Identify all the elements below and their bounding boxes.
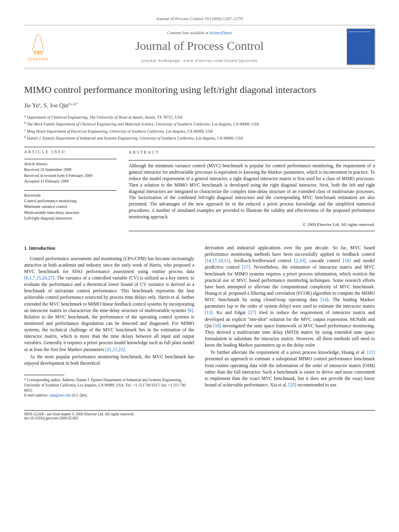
svg-point-3 [40, 52, 42, 54]
keyword: Left/right diagonal interactors [24, 216, 117, 222]
affiliation-a: a Department of Chemical Engineering, Th… [24, 114, 375, 120]
email-attribution: (S.J. Qin). [72, 393, 88, 397]
author-2: S. Joe Qin [43, 102, 68, 109]
journal-cover-thumbnail: Journal of Process Control [347, 29, 375, 65]
citation-link[interactable]: [6,1,7,15,26,27] [24, 275, 54, 281]
body-paragraph: To further alleviate the requirement of … [205, 349, 375, 388]
section-1-heading: 1. Introduction [24, 245, 194, 252]
abstract-text: Although the minimum variance control (M… [129, 163, 375, 220]
author-2-affil: b,c,d,* [68, 102, 78, 106]
abstract-copyright: © 2009 Elsevier Ltd. All rights reserved… [129, 222, 375, 228]
citation-link[interactable]: [17] [242, 265, 250, 270]
masthead: ELSEVIER Contents lists available at Sci… [24, 25, 375, 68]
citation-link[interactable]: [18] [213, 323, 221, 329]
journal-title: Journal of Process Control [52, 39, 347, 53]
keywords-list: Control performance monitoring Minimum v… [24, 198, 117, 222]
homepage-prefix: journal homepage: [142, 58, 183, 63]
keyword: Minimum variance control [24, 204, 117, 210]
body-paragraph: derivation and industrial applications o… [205, 245, 375, 349]
author-separator: , [41, 102, 44, 109]
cover-title: Journal of Process Control [349, 31, 373, 33]
abstract-column: ABSTRACT Although the minimum variance c… [129, 150, 375, 234]
publisher-name: ELSEVIER [28, 57, 49, 61]
received-date: Received 19 September 2008 [24, 167, 117, 173]
article-history-title: Article history: [24, 162, 117, 166]
author-1: Jie Yu [24, 102, 39, 109]
citation-link[interactable]: [2,10] [294, 258, 305, 263]
contents-prefix: Contents lists available at [167, 31, 209, 35]
elsevier-tree-icon [28, 32, 48, 56]
keywords-title: Keywords: [24, 193, 117, 197]
author-list: Jie Yua, S. Joe Qinb,c,d,* [24, 102, 375, 109]
article-info-label: ARTICLE INFO [24, 150, 117, 154]
body-paragraph: Control performance assessment and monit… [24, 256, 194, 353]
contents-available-line: Contents lists available at ScienceDirec… [52, 31, 347, 35]
citation-link[interactable]: [16] [343, 258, 351, 263]
accepted-date: Accepted 11 February 2009 [24, 179, 117, 185]
body-paragraph: As the most popular performance monitori… [24, 354, 194, 367]
citation-link[interactable]: [11] [367, 350, 375, 355]
svg-point-2 [34, 52, 37, 54]
body-column-left: 1. Introduction Control performance asse… [24, 245, 194, 398]
citation-link[interactable]: [14] [321, 297, 328, 302]
citation-link[interactable]: [17] [248, 310, 256, 315]
body-column-right: derivation and industrial applications o… [205, 245, 375, 398]
email-link[interactable]: sqin@usc.edu [49, 393, 71, 397]
paper-title: MIMO control performance monitoring usin… [24, 84, 375, 95]
affiliation-d: d Daniel J. Epstein Department of Indust… [24, 135, 375, 141]
email-label: E-mail address: [24, 393, 49, 397]
revised-date: Received in revised form 6 February 2009 [24, 173, 117, 179]
footnotes: * Corresponding author. Address: Daniel … [24, 378, 194, 398]
page-footer: 0959-1524/$ - see front matter © 2009 El… [24, 411, 375, 420]
citation-link[interactable]: [14,17,18,11] [205, 258, 230, 263]
corresponding-author-note: * Corresponding author. Address: Daniel … [24, 378, 194, 393]
journal-homepage-line: journal homepage: www.elsevier.com/locat… [52, 58, 347, 63]
citation-link[interactable]: [25] [288, 382, 296, 388]
citation-link[interactable]: [8] [187, 308, 193, 313]
homepage-url[interactable]: www.elsevier.com/locate/jprocont [183, 58, 258, 63]
citation-link[interactable]: [13] [205, 310, 212, 315]
abstract-label: ABSTRACT [129, 150, 375, 155]
footer-copyright: 0959-1524/$ - see front matter © 2009 El… [24, 412, 375, 416]
article-info-column: ARTICLE INFO Article history: Received 1… [24, 150, 117, 234]
affiliation-b: b The Mork Family Department of Chemical… [24, 121, 375, 127]
journal-reference: Journal of Process Control 19 (2009) 126… [24, 16, 375, 21]
keyword: Control performance monitoring [24, 198, 117, 204]
sciencedirect-link[interactable]: ScienceDirect [209, 31, 232, 35]
affiliation-c: c Ming Hsieh Department of Electrical En… [24, 128, 375, 134]
keyword: Multivariable time-delay structure [24, 210, 117, 216]
publisher-logo: ELSEVIER [24, 31, 52, 63]
footer-doi: doi:10.1016/j.jprocont.2009.02.002 [24, 416, 375, 420]
citation-link[interactable]: [21,11,22] [105, 347, 125, 352]
affiliations: a Department of Chemical Engineering, Th… [24, 114, 375, 141]
